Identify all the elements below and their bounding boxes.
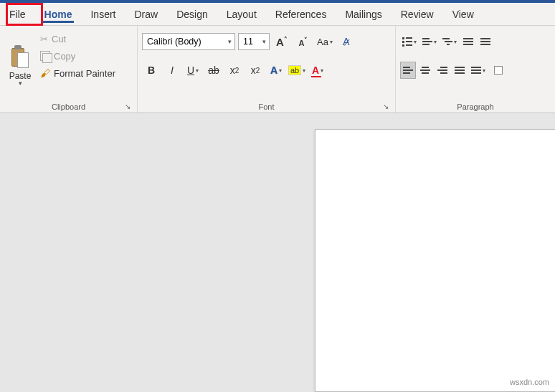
bold-button[interactable]: B <box>142 62 161 79</box>
copy-label: Copy <box>54 51 75 62</box>
numbering-button[interactable]: ▾ <box>420 33 439 50</box>
bullets-button[interactable]: ▾ <box>400 33 419 50</box>
line-spacing-button[interactable]: ▾ <box>469 62 488 79</box>
font-color-button[interactable]: A▾ <box>308 62 327 79</box>
ribbon-tabs: File Home Insert Draw Design Layout Refe… <box>0 3 555 26</box>
font-launcher[interactable]: ↘ <box>381 101 391 111</box>
tab-layout[interactable]: Layout <box>217 3 266 25</box>
font-size-select[interactable]: 11 ▾ <box>238 33 270 50</box>
italic-button[interactable]: I <box>163 62 181 79</box>
format-painter-label: Format Painter <box>54 68 115 79</box>
tab-mailings[interactable]: Mailings <box>336 3 391 25</box>
document-area <box>0 113 555 392</box>
paste-button[interactable]: Paste ▾ <box>4 29 36 100</box>
subscript-button[interactable]: x2 <box>225 62 244 79</box>
watermark-text: wsxdn.com <box>510 378 549 386</box>
change-case-button[interactable]: Aa▾ <box>316 33 334 50</box>
align-justify-button[interactable] <box>452 62 468 79</box>
decrease-indent-button[interactable] <box>460 33 476 50</box>
tab-view[interactable]: View <box>443 3 483 25</box>
tab-draw[interactable]: Draw <box>125 3 167 25</box>
align-center-button[interactable] <box>417 62 433 79</box>
grow-font-button[interactable]: A˄ <box>272 33 291 50</box>
paragraph-group-label: Paragraph <box>457 102 493 111</box>
brush-icon: 🖌 <box>40 67 50 79</box>
superscript-button[interactable]: x2 <box>246 62 265 79</box>
clipboard-group-label: Clipboard <box>52 102 85 111</box>
underline-button[interactable]: U▾ <box>184 62 202 79</box>
copy-icon <box>40 51 50 61</box>
strikethrough-button[interactable]: ab <box>204 62 223 79</box>
increase-indent-button[interactable] <box>478 33 493 50</box>
font-name-value: Calibri (Body) <box>147 37 201 47</box>
cut-label: Cut <box>52 34 66 44</box>
ribbon: Paste ▾ ✂ Cut Copy 🖌 Format Painter Cli <box>0 26 555 113</box>
format-painter-button[interactable]: 🖌 Format Painter <box>36 64 120 82</box>
align-left-button[interactable] <box>400 62 416 79</box>
tab-home[interactable]: Home <box>35 3 82 25</box>
scissors-icon: ✂ <box>40 34 48 44</box>
align-right-button[interactable] <box>435 62 450 79</box>
font-size-value: 11 <box>243 37 253 47</box>
font-group-label: Font <box>258 102 274 111</box>
chevron-down-icon: ▾ <box>225 38 232 45</box>
group-font: Calibri (Body) ▾ 11 ▾ A˄ A˅ Aa▾ A̷ B I U… <box>138 26 396 113</box>
tab-file[interactable]: File <box>0 3 35 25</box>
group-clipboard: Paste ▾ ✂ Cut Copy 🖌 Format Painter Cli <box>0 26 138 113</box>
clipboard-icon <box>10 45 30 70</box>
shading-button[interactable] <box>489 62 508 79</box>
clear-formatting-button[interactable]: A̷ <box>337 33 356 50</box>
shrink-font-button[interactable]: A˅ <box>294 33 313 50</box>
tab-review[interactable]: Review <box>392 3 443 25</box>
group-paragraph: ▾ ▾ ▾ <box>396 26 555 113</box>
clipboard-launcher[interactable]: ↘ <box>123 101 133 111</box>
tab-design[interactable]: Design <box>167 3 217 25</box>
highlight-button[interactable]: ab▾ <box>288 62 306 79</box>
tab-references[interactable]: References <box>266 3 336 25</box>
document-page[interactable] <box>315 129 555 392</box>
chevron-down-icon[interactable]: ▾ <box>19 80 22 87</box>
tab-insert[interactable]: Insert <box>81 3 125 25</box>
font-name-select[interactable]: Calibri (Body) ▾ <box>142 33 235 50</box>
cut-button[interactable]: ✂ Cut <box>36 30 120 47</box>
copy-button[interactable]: Copy <box>36 47 120 64</box>
text-effects-button[interactable]: A▾ <box>267 62 285 79</box>
multilevel-list-button[interactable]: ▾ <box>440 33 459 50</box>
chevron-down-icon: ▾ <box>260 38 266 45</box>
